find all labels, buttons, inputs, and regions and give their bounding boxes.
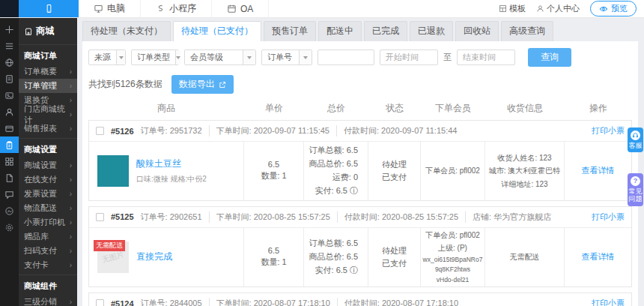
product-name-link[interactable]: 直接完成: [136, 251, 172, 262]
menu-section-orders: 商城订单: [19, 45, 77, 64]
order-checkbox[interactable]: [96, 127, 104, 135]
sidebar-item-online-payment[interactable]: 在线支付›: [19, 172, 77, 187]
order-checkbox[interactable]: [96, 213, 104, 221]
total-line: 运费: 0: [332, 172, 358, 184]
chevron-down-icon: [116, 50, 125, 64]
sidebar-item-gift-library[interactable]: 赠品库›: [19, 230, 77, 244]
sidebar-item-order-overview[interactable]: 订单概要›: [19, 64, 77, 79]
tab-pending-paid[interactable]: 待处理（已支付）: [173, 21, 261, 41]
members-icon[interactable]: [0, 104, 19, 120]
start-time-input[interactable]: 开始时间: [380, 50, 438, 65]
total-cell: 订单总额: 6.5 商品总价: 6.5 运费: 0 实付: 6.5 ⓘ: [303, 142, 368, 200]
header-shipping-info: 收货信息: [485, 102, 565, 115]
settings-gear-icon[interactable]: [0, 219, 19, 236]
order-type-select[interactable]: 订单类型: [131, 50, 179, 65]
sidebar-item-order-management[interactable]: 订单管理›: [19, 79, 77, 93]
print-receipt-link[interactable]: 打印小票: [592, 125, 625, 136]
articles-file-icon[interactable]: [0, 170, 19, 186]
chevron-right-icon: ›: [70, 247, 72, 255]
tab-delivering[interactable]: 配送中: [318, 21, 362, 41]
gallery-icon[interactable]: [0, 202, 19, 219]
product-cell: 酸辣土豆丝 口味:微辣 规格:中份2: [89, 142, 243, 200]
sidebar-item-receipt-printer[interactable]: 小票打印机›: [19, 215, 77, 230]
tab-pc[interactable]: 电脑: [79, 0, 141, 17]
faq-widget[interactable]: ? 常见问题: [628, 173, 643, 206]
sidebar-item-logistics[interactable]: 物流配送›: [19, 201, 77, 215]
status-line: 待处理: [382, 245, 407, 256]
product-name-link[interactable]: 酸辣土豆丝: [136, 158, 181, 169]
tab-oa[interactable]: OA: [212, 0, 269, 17]
apps-grid-icon[interactable]: [0, 153, 19, 170]
sidebar-item-pay-card[interactable]: 支付卡›: [19, 258, 77, 272]
header-actions: 操作: [565, 102, 632, 115]
profile-button[interactable]: 个人中心: [536, 3, 580, 14]
sidebar-item-distribution[interactable]: 三级分销›: [19, 295, 77, 306]
unit-price: 6.5: [268, 246, 279, 255]
sidebar-item-store-stats[interactable]: 门店商城统计›: [19, 107, 77, 122]
view-detail-link[interactable]: 查看详情: [582, 165, 615, 176]
pages-icon[interactable]: [0, 70, 19, 87]
pay-time: 付款时间: 2020-08-25 15:57:25: [337, 212, 458, 223]
order-checkbox[interactable]: [96, 299, 104, 306]
filter-bar: 来源 订单类型 会员等级 订单号 开始时间 至 结束时间 查询: [88, 48, 632, 67]
to-label: 至: [443, 52, 452, 63]
order-id: #5126: [111, 127, 134, 136]
order-number: 订单号: 2951732: [141, 125, 202, 136]
order-no-select[interactable]: 订单号: [261, 50, 312, 65]
order-list-icon[interactable]: [0, 38, 19, 54]
order-id: #5124: [111, 299, 134, 306]
messages-chat-icon[interactable]: [0, 186, 19, 202]
media-image-icon[interactable]: [0, 87, 19, 104]
finance-card-icon[interactable]: [0, 120, 19, 136]
globe-icon[interactable]: [0, 54, 19, 70]
order-number: 订单号: 2902651: [141, 212, 202, 223]
question-icon: ?: [631, 176, 640, 186]
eye-icon: [599, 4, 608, 14]
tab-miniprogram[interactable]: 小程序: [141, 0, 212, 17]
status-line: 已支付: [382, 258, 407, 269]
tab-mobile[interactable]: [19, 0, 79, 17]
order-card: #5126 订单号: 2951732 下单时间: 2020-09-07 11:1…: [88, 120, 632, 201]
product-info: 酸辣土豆丝 口味:微辣 规格:中份2: [136, 158, 207, 184]
status-cell: 待处理 已支付: [368, 228, 420, 286]
export-button[interactable]: 数据导出: [171, 75, 234, 94]
mall-orders-icon[interactable]: [0, 136, 19, 153]
dashboard-icon[interactable]: [0, 21, 19, 38]
view-detail-link[interactable]: 查看详情: [582, 251, 615, 262]
tab-presale[interactable]: 预售订单: [264, 21, 316, 41]
chevron-right-icon: ›: [70, 298, 72, 306]
customer-service-widget[interactable]: 客服: [628, 128, 643, 152]
tab-completed[interactable]: 已完成: [364, 21, 407, 41]
order-body: 无需配送 无图片 直接完成 6.5 数量: 1 订单总额: 6.5: [89, 228, 631, 286]
query-button[interactable]: 查询: [528, 48, 571, 67]
end-time-input[interactable]: 结束时间: [457, 50, 515, 65]
preview-button[interactable]: 预览: [590, 1, 637, 16]
tab-miniprogram-label: 小程序: [169, 2, 196, 15]
menu-section-settings: 商城设置: [19, 138, 77, 158]
tab-pending-unpaid[interactable]: 待处理（未支付）: [82, 21, 171, 41]
source-select[interactable]: 来源: [88, 50, 126, 65]
print-receipt-link[interactable]: 打印小票: [592, 212, 625, 223]
total-line: 商品总价: 6.5: [309, 251, 358, 263]
sidebar-item-invoice[interactable]: 发票设置›: [19, 187, 77, 201]
member-line: 下单会员: pfl002: [425, 165, 480, 176]
tab-pc-label: 电脑: [107, 2, 125, 15]
tab-recycle-bin[interactable]: 回收站: [455, 21, 499, 41]
product-attrs: 口味:微辣 规格:中份2: [136, 174, 207, 184]
product-info: 直接完成: [136, 250, 172, 263]
order-number: 订单号: 2844005: [141, 298, 202, 306]
order-time: 下单时间: 2020-09-07 11:15:45: [209, 125, 329, 136]
tab-advanced-search[interactable]: 高级查询: [501, 21, 553, 41]
tab-refunded[interactable]: 已退款: [410, 21, 453, 41]
print-receipt-link[interactable]: 打印小票: [592, 298, 625, 306]
order-no-input[interactable]: [318, 50, 374, 65]
member-line: vHdo-del21: [437, 275, 469, 285]
headset-icon: [631, 130, 640, 140]
chevron-down-icon: [299, 50, 312, 64]
sidebar-item-scan-pay[interactable]: 扫码支付›: [19, 244, 77, 258]
chevron-right-icon: ›: [70, 82, 72, 90]
member-level-select[interactable]: 会员等级: [184, 50, 256, 65]
order-card: #5125 订单号: 2902651 下单时间: 2020-08-25 15:5…: [88, 206, 632, 287]
template-button[interactable]: 模板: [499, 3, 526, 14]
sidebar-item-mall-settings[interactable]: 商城设置›: [19, 158, 77, 172]
